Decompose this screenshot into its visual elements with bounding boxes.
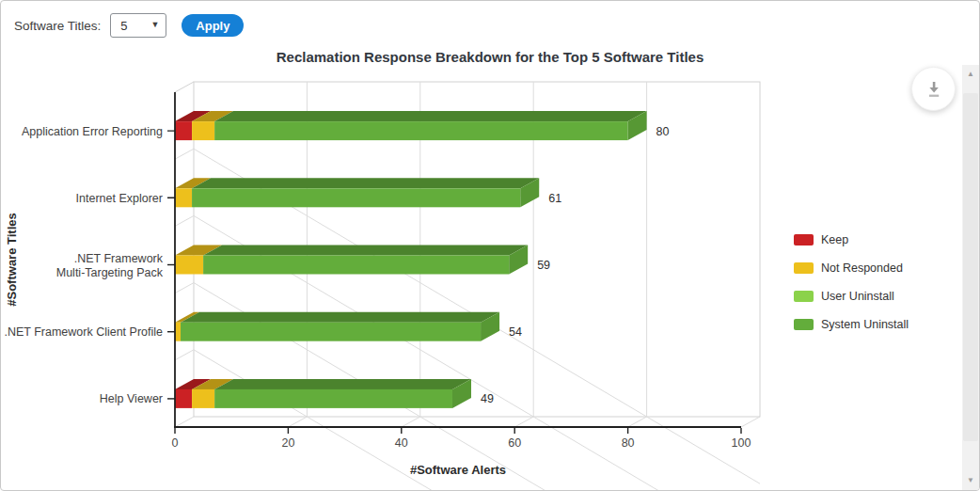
bars: 8061595449 <box>175 111 670 408</box>
export-button[interactable] <box>911 67 956 111</box>
bar-0-system-uninstall[interactable] <box>214 121 627 140</box>
category-label: Multi-Targeting Pack <box>56 266 164 279</box>
bar-4-keep[interactable] <box>175 389 192 408</box>
software-titles-label: Software Titles: <box>14 19 101 33</box>
bar-2-not-responded[interactable] <box>175 256 203 275</box>
bar-4-system-uninstall[interactable] <box>214 389 452 408</box>
legend-swatch <box>794 291 814 302</box>
value-label: 80 <box>656 125 670 138</box>
value-label: 49 <box>481 392 494 405</box>
x-tick-label: 60 <box>508 436 521 450</box>
bar-2-system-uninstall[interactable] <box>203 256 509 275</box>
legend-item-not-responded[interactable]: Not Responded <box>794 261 909 275</box>
top-controls: Software Titles: 5 ▼ Apply <box>14 13 244 38</box>
legend-label: System Uninstall <box>821 318 909 331</box>
value-label: 54 <box>509 325 522 339</box>
titles-count-value: 5 <box>111 19 127 33</box>
bar-2-system-uninstall-top <box>203 246 528 256</box>
grid <box>175 82 760 490</box>
dashboard-widget: Software Titles: 5 ▼ Apply Reclamation R… <box>0 0 980 491</box>
x-tick-label: 20 <box>281 436 294 450</box>
bar-0-not-responded[interactable] <box>192 121 214 140</box>
category-label: .NET Framework <box>74 252 164 265</box>
value-label: 59 <box>537 259 550 272</box>
category-label: Internet Explorer <box>76 192 163 205</box>
x-tick-label: 40 <box>395 436 408 450</box>
legend-label: Not Responded <box>821 261 903 275</box>
bar-3-not-responded[interactable] <box>175 323 181 341</box>
y-axis-title: #Software Titles <box>5 213 19 306</box>
x-tick-label: 100 <box>732 436 751 450</box>
legend-item-system-uninstall[interactable]: System Uninstall <box>794 318 909 331</box>
triangle-down-icon[interactable]: ▼ <box>962 473 979 488</box>
caret-down-icon: ▼ <box>150 21 159 29</box>
category-label: Application Error Reporting <box>22 125 163 138</box>
legend-swatch <box>794 319 814 330</box>
bar-1-system-uninstall-top <box>192 178 539 188</box>
bar-0-keep[interactable] <box>175 121 192 140</box>
legend-item-keep[interactable]: Keep <box>794 233 909 246</box>
chart-title: Reclamation Response Breakdown for the T… <box>1 49 979 65</box>
x-axis-title: #Software Alerts <box>410 463 506 477</box>
bar-1-system-uninstall[interactable] <box>192 188 520 207</box>
bar-4-system-uninstall-top <box>214 379 471 389</box>
axes: Application Error ReportingInternet Expl… <box>4 92 751 477</box>
bar-4-not-responded[interactable] <box>192 389 214 408</box>
x-tick-label: 0 <box>172 436 179 450</box>
apply-button[interactable]: Apply <box>182 14 244 37</box>
bar-0-system-uninstall-top <box>214 111 646 121</box>
triangle-up-icon[interactable]: ▲ <box>962 67 979 82</box>
legend-swatch <box>794 262 814 274</box>
x-tick-label: 80 <box>622 436 635 450</box>
download-icon <box>923 78 945 101</box>
category-label: .NET Framework Client Profile <box>4 325 163 339</box>
chart-legend: KeepNot RespondedUser UninstallSystem Un… <box>794 233 909 346</box>
legend-swatch <box>794 234 814 246</box>
legend-label: User Uninstall <box>821 290 894 303</box>
titles-count-select[interactable]: 5 ▼ <box>110 13 166 38</box>
scrollbar-thumb[interactable] <box>963 93 978 441</box>
bar-1-not-responded[interactable] <box>175 188 192 207</box>
bar-3-system-uninstall-top <box>181 312 499 323</box>
vertical-scrollbar[interactable]: ▲ ▼ <box>962 65 979 490</box>
legend-item-user-uninstall[interactable]: User Uninstall <box>794 290 909 303</box>
category-label: Help Viewer <box>100 392 163 405</box>
bar-3-system-uninstall[interactable] <box>181 323 481 341</box>
legend-label: Keep <box>821 233 848 246</box>
value-label: 61 <box>548 192 561 205</box>
